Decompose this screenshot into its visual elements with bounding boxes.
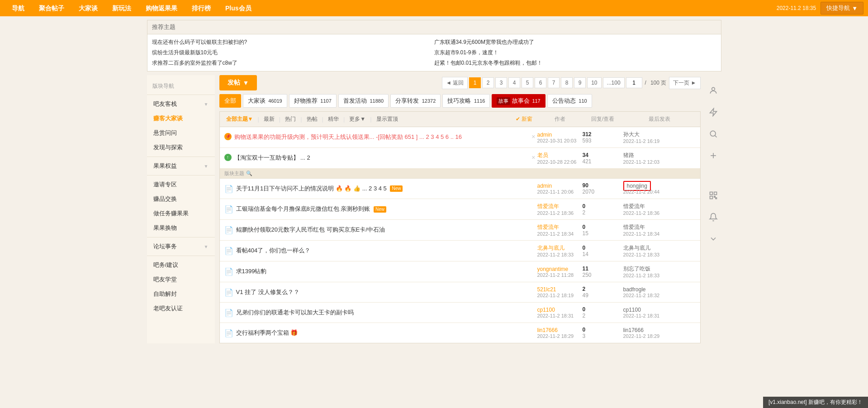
page-input[interactable] xyxy=(626,77,642,88)
nav-item-aggregate[interactable]: 聚合帖子 xyxy=(32,0,71,16)
sidebar-item-verify[interactable]: 老吧友认证 xyxy=(147,301,215,316)
thread-title-0[interactable]: 购物送果果的功能升级内测，预计明天上线认领送果... -[回帖奖励 651 ] … xyxy=(234,133,462,140)
cat-tab-activity[interactable]: 首发活动 11880 xyxy=(338,94,389,108)
delete-button-1[interactable]: × xyxy=(530,154,537,161)
cat-tab-notice[interactable]: 公告动态 110 xyxy=(547,94,592,108)
page-btn-3[interactable]: 3 xyxy=(495,77,507,88)
nav-item-guide[interactable]: 导航 xyxy=(5,0,32,16)
post-button[interactable]: 发帖 ▼ xyxy=(219,75,257,90)
sidebar-item-guests[interactable]: 吧友客栈 ▼ xyxy=(147,97,215,111)
sort-hotpost[interactable]: 热帖 xyxy=(305,114,319,124)
sidebar-item-tasks[interactable]: 做任务赚果果 xyxy=(147,206,215,221)
page-btn-6[interactable]: 6 xyxy=(535,77,546,88)
page-btn-9[interactable]: 9 xyxy=(574,77,586,88)
recommend-link-5[interactable]: 赶紧！包邮0.01元京东冬季包跟棉鞋，包邮！ xyxy=(434,58,716,68)
last-post-author-5[interactable]: 北鼻与底儿 xyxy=(623,245,650,251)
author-name-4[interactable]: 惜爱流年 xyxy=(537,223,583,231)
user-icon[interactable] xyxy=(707,84,720,97)
bell-icon[interactable] xyxy=(707,211,720,223)
page-btn-7[interactable]: 7 xyxy=(548,77,560,88)
sidebar-item-unblock[interactable]: 自助解封 xyxy=(147,287,215,301)
last-post-author-8[interactable]: cp1100 xyxy=(623,307,641,313)
plus-icon[interactable] xyxy=(707,149,720,162)
sidebar-item-admin[interactable]: 吧务/建议 xyxy=(147,258,215,272)
cat-tab-story[interactable]: 故事 故事会 117 xyxy=(492,94,545,108)
sidebar-item-invite[interactable]: 邀请专区 xyxy=(147,177,215,192)
nav-item-ranking[interactable]: 排行榜 xyxy=(185,0,218,16)
nav-item-plus[interactable]: Plus会员 xyxy=(218,0,259,16)
sidebar-item-exchange[interactable]: 赚品交换 xyxy=(147,192,215,206)
author-name-7[interactable]: 521lc21 xyxy=(537,286,583,293)
recommend-link-3[interactable]: 广东联通34.9元600M宽带我也办理成功了 xyxy=(434,37,716,47)
cat-tab-share[interactable]: 分享转发 12372 xyxy=(390,94,441,108)
sidebar-item-discuss[interactable]: 赚客大家谈 xyxy=(147,111,215,126)
cat-tab-all[interactable]: 全部 xyxy=(219,94,241,108)
nav-item-newplay[interactable]: 新玩法 xyxy=(105,0,138,16)
recommend-link-4[interactable]: 京东超市9.01-9券，速度！ xyxy=(434,47,716,58)
last-post-author-6[interactable]: 别忘了吃饭 xyxy=(623,266,650,272)
qr-icon[interactable] xyxy=(707,189,720,202)
author-name-8[interactable]: cp1100 xyxy=(537,307,583,313)
author-name-1[interactable]: 老员 xyxy=(537,152,583,159)
thread-title-5[interactable]: 看帖404了，你们也一样么？ xyxy=(236,247,311,254)
search-icon[interactable] xyxy=(707,128,720,140)
nav-item-discuss[interactable]: 大家谈 xyxy=(71,0,105,16)
author-name-0[interactable]: admin xyxy=(537,132,583,138)
page-btn-4[interactable]: 4 xyxy=(508,77,520,88)
next-page-button[interactable]: 下一页 ► xyxy=(669,77,700,89)
page-btn-8[interactable]: 8 xyxy=(561,77,573,88)
author-name-6[interactable]: yongnantime xyxy=(537,266,583,272)
last-post-date-9: 2022-11-2 18:29 xyxy=(623,333,696,339)
author-name-5[interactable]: 北鼻与底儿 xyxy=(537,244,583,252)
cat-tab-discuss[interactable]: 大家谈 46019 xyxy=(243,94,287,108)
thread-title-3[interactable]: 工银瑞信基金每个月撸保底8元微信红包 亲测秒到账 New xyxy=(236,205,386,212)
sort-hot[interactable]: 热门 xyxy=(283,114,298,124)
thread-title-9[interactable]: 交行福利季两个宝箱 🎁 xyxy=(236,329,298,336)
sidebar-item-fruit-swap[interactable]: 果果换物 xyxy=(147,221,215,235)
sort-all[interactable]: 全部主题▼ xyxy=(224,114,255,124)
author-name-2[interactable]: admin xyxy=(537,183,583,189)
chevron-down-icon[interactable] xyxy=(707,232,720,245)
last-post-author-0[interactable]: 孙大大 xyxy=(623,131,640,138)
page-btn-5[interactable]: 5 xyxy=(522,77,533,88)
last-post-author-3[interactable]: 惜爱流年 xyxy=(623,203,645,209)
author-name-9[interactable]: lin17666 xyxy=(537,327,583,333)
page-btn-more[interactable]: ...100 xyxy=(603,77,625,88)
recommend-link-2[interactable]: 求推荐二百多的室外监控看了c8w了 xyxy=(152,58,434,68)
delete-button-0[interactable]: × xyxy=(530,133,537,140)
sidebar-item-forum-affairs[interactable]: 论坛事务 ▼ xyxy=(147,239,215,254)
last-post-author-9[interactable]: lin17666 xyxy=(623,327,644,333)
prev-page-button[interactable]: ◄ 返回 xyxy=(442,77,468,89)
thread-title-7[interactable]: V1 挂了 没人修复么？？ xyxy=(236,289,299,295)
page-btn-2[interactable]: 2 xyxy=(482,77,494,88)
last-post-author-1[interactable]: 猪路 xyxy=(623,152,634,158)
cat-tab-recommend[interactable]: 好物推荐 1107 xyxy=(289,94,337,108)
page-btn-1[interactable]: 1 xyxy=(469,77,481,88)
thread-title-1[interactable]: 【淘宝双十一互助专贴】 ... 2 xyxy=(234,154,310,161)
display-top[interactable]: 显示置顶 xyxy=(375,114,400,124)
sort-excellent[interactable]: 精华 xyxy=(326,114,341,124)
recommend-link-0[interactable]: 现在还有什么码子可以银联主扫被扫的? xyxy=(152,37,434,47)
sidebar-item-school[interactable]: 吧友学堂 xyxy=(147,272,215,287)
page-btn-10[interactable]: 10 xyxy=(587,77,601,88)
thread-title-2[interactable]: 关于11月1日下午访问不上的情况说明 🔥 🔥 👍 ... 2 3 4 5 New xyxy=(236,185,403,192)
sidebar-item-rights[interactable]: 果果权益 ▼ xyxy=(147,159,215,173)
sidebar-item-question[interactable]: 悬赏问问 xyxy=(147,126,215,140)
sidebar-divider-3 xyxy=(147,237,215,237)
thread-title-4[interactable]: 鲲鹏快付领取20元数字人民币红包 可购买京东E卡/中石油 xyxy=(236,226,385,233)
new-window-link[interactable]: ✔ 新窗 xyxy=(516,115,532,123)
recommend-link-1[interactable]: 缤纷生活升级最新版10元毛 xyxy=(152,47,434,58)
sort-latest[interactable]: 最新 xyxy=(262,114,276,124)
quick-nav-button[interactable]: 快捷导航 ▼ xyxy=(821,2,863,14)
thread-title-8[interactable]: 兄弟们你们的联通老卡可以加大王卡的副卡吗 xyxy=(236,309,354,316)
last-post-author-4[interactable]: 惜爱流年 xyxy=(623,224,645,230)
cat-tab-tips[interactable]: 技巧攻略 1116 xyxy=(442,94,490,108)
nav-item-shopping[interactable]: 购物返果果 xyxy=(138,0,185,16)
author-name-3[interactable]: 惜爱流年 xyxy=(537,203,583,210)
sidebar-item-discover[interactable]: 发现与探索 xyxy=(147,140,215,155)
last-post-author-7[interactable]: badfrogle xyxy=(623,286,646,293)
flash-icon[interactable] xyxy=(707,106,720,119)
view-count-5: 14 xyxy=(583,251,623,257)
sort-more[interactable]: 更多▼ xyxy=(347,114,367,124)
thread-title-6[interactable]: 求1399钻豹 xyxy=(236,268,267,275)
